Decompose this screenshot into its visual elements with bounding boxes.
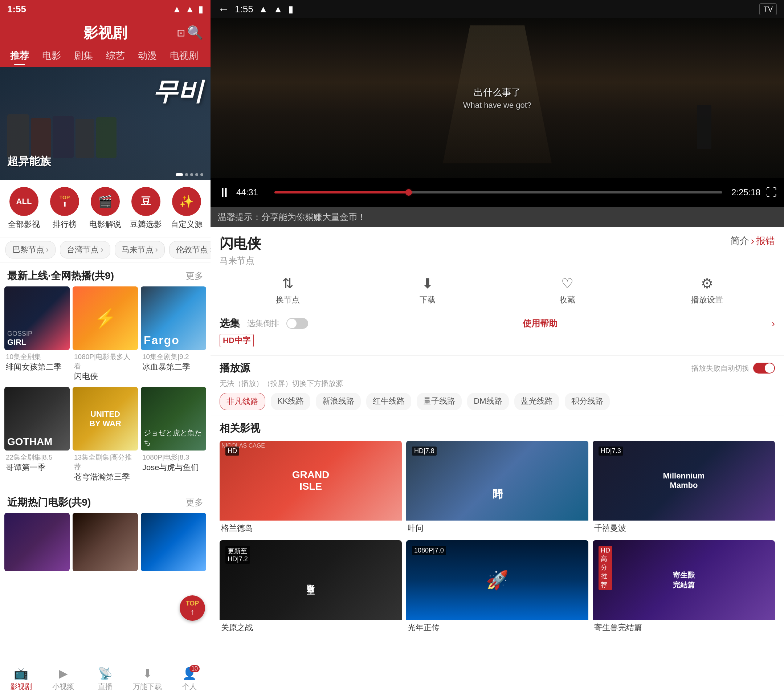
source-tab-points[interactable]: 积分线路 [565, 393, 610, 410]
signal-icon: ▲ [172, 3, 182, 15]
node-malaysia[interactable]: 马来节点 [115, 241, 165, 259]
millennium-name: 千禧曼波 [593, 521, 775, 536]
quick-nav-custom[interactable]: ✨ 自定义源 [166, 187, 207, 230]
fab-top-button[interactable]: TOP ↑ [180, 595, 205, 621]
source-tab-sina[interactable]: 新浪线路 [316, 393, 361, 410]
section2-title: 近期热门电影(共9) [7, 496, 91, 509]
fullscreen-button[interactable]: ⛶ [766, 186, 777, 199]
related-card-sekigahara[interactable]: 野望 更新至HD|7.2 关原之战 [220, 540, 402, 635]
switch-node-btn[interactable]: ⇅ 换节点 [218, 275, 357, 305]
seki-badge: 更新至HD|7.2 [226, 546, 250, 564]
right-battery: ▮ [288, 3, 293, 15]
report-button[interactable]: 报错 [756, 234, 775, 247]
movie-card-hot1[interactable] [4, 513, 70, 571]
movie-subtitle-node: 马来节点 [220, 255, 261, 267]
bottom-nav-short[interactable]: ▶ 小视频 [42, 664, 84, 694]
related-card-grandisle[interactable]: GRANDISLE NICOLAS CAGE HD 格兰德岛 [220, 441, 402, 536]
grandisle-name: 格兰德岛 [220, 521, 402, 536]
profile-badge: 10 [189, 665, 199, 672]
right-signal: ▲ [259, 3, 268, 15]
movie-card-gossip[interactable]: GOSSIP GIRL 10集全剧集 绯闻女孩第二季 [4, 287, 70, 384]
right-status-bar: ← 1:55 ▲ ▲ ▮ TV [211, 0, 784, 18]
movie-card-hot2[interactable] [72, 513, 138, 571]
quick-nav-film[interactable]: 🎬 电影解说 [85, 187, 125, 230]
source-tab-kk[interactable]: KK线路 [271, 393, 310, 410]
movie-card-jose[interactable]: ジョゼと虎と魚たち 1080P|电影|8.3 Jose与虎与鱼们 [141, 387, 206, 484]
right-time: 1:55 [235, 3, 254, 15]
search-icon[interactable]: 🔍 [187, 25, 203, 40]
banner-dot-2 [185, 173, 188, 176]
node-tags: 巴黎节点 台湾节点 马来节点 伦敦节点 大阪节点 海外节 [0, 237, 211, 262]
source-tab-redbull[interactable]: 红牛线路 [366, 393, 411, 410]
tab-doc[interactable]: 纪录片 [205, 47, 211, 64]
movie-name-jose: Jose与虎与鱼们 [142, 462, 205, 473]
banner-dot-1 [176, 173, 183, 176]
quick-nav-all[interactable]: ALL 全部影视 [3, 187, 44, 230]
playback-settings-btn[interactable]: ⚙ 播放设置 [637, 275, 777, 305]
source-title: 播放源 [220, 361, 250, 375]
movie-card-expanse[interactable]: UNITEDBY WAR 13集全剧集|高分推荐 苍穹浩瀚第三季 [72, 387, 138, 484]
nav-tabs: 推荐 电影 剧集 综艺 动漫 电视剧 纪录片 游戏 资讯 娱乐 财经 阅 [0, 47, 211, 67]
bottom-nav-download[interactable]: ⬇ 万能下载 [126, 664, 168, 694]
left-time: 1:55 [7, 3, 26, 15]
related-card-ip[interactable]: 叶問 HD|7.8 叶问 [406, 441, 588, 536]
pause-button[interactable]: ⏸ [218, 185, 231, 200]
tips-bar: 温馨提示：分享能为你躺赚大量金币！ [211, 207, 784, 227]
banner[interactable]: 무비 超异能族 [0, 67, 211, 180]
source-tab-dm[interactable]: DM线路 [467, 393, 509, 410]
tab-variety[interactable]: 综艺 [99, 47, 132, 64]
episode-sort-toggle[interactable] [287, 318, 308, 329]
intro-button[interactable]: 简介 [730, 234, 749, 247]
source-auto-toggle[interactable] [753, 363, 775, 374]
tv-icon: 📺 [14, 667, 28, 680]
download-icon-action: ⬇ [422, 275, 433, 292]
related-card-parasite[interactable]: 寄生獸完結篇 HD高分推荐 寄生兽完结篇 [593, 540, 775, 635]
video-subtitle-en: What have we got? [463, 101, 531, 110]
back-btn[interactable]: ← [218, 3, 229, 16]
video-player: 出什么事了 What have we got? ⏸ 44:31 2:25:18 … [211, 18, 784, 207]
tab-movie[interactable]: 电影 [36, 47, 68, 64]
scan-icon[interactable]: ⊡ [177, 27, 185, 39]
tv-mode-btn[interactable]: TV [759, 3, 777, 15]
section2-more[interactable]: 更多 [186, 497, 203, 508]
movie-action-btns: 简介 › 报错 [730, 234, 775, 247]
progress-bar[interactable] [274, 191, 722, 193]
download-btn[interactable]: ⬇ 下载 [357, 275, 497, 305]
app-header: 影视剧 🔍 ⊡ [0, 18, 211, 47]
movie-tag-gotham: 22集全剧集|8.5 [6, 453, 68, 462]
video-scene: 出什么事了 What have we got? [211, 18, 784, 178]
section1-header: 最新上线·全网热播(共9) 更多 [0, 262, 211, 287]
bottom-nav-live[interactable]: 📡 直播 [84, 664, 126, 694]
quick-nav-douban[interactable]: 豆 豆瓣选影 [125, 187, 166, 230]
node-taiwan[interactable]: 台湾节点 [60, 241, 110, 259]
bottom-nav-tv[interactable]: 📺 影视剧 [0, 664, 42, 694]
source-tab-nonfan[interactable]: 非凡线路 [220, 393, 265, 410]
related-card-lightyear[interactable]: 🚀 1080P|7.0 光年正传 [406, 540, 588, 635]
source-section: 播放源 播放失败自动切换 无法（播放）（投屏）切换下方播放源 非凡线路 KK线路… [211, 356, 784, 416]
related-card-millennium[interactable]: MillenniumMambo HD|7.3 千禧曼波 [593, 441, 775, 536]
quick-nav-top[interactable]: TOP ⬆ 排行榜 [44, 187, 85, 230]
section1-more[interactable]: 更多 [186, 270, 203, 282]
movie-main-title: 闪电侠 [220, 234, 261, 253]
source-tab-quantum[interactable]: 量子线路 [417, 393, 462, 410]
source-tab-bluray[interactable]: 蓝光线路 [514, 393, 559, 410]
movie-tag-gossip: 10集全剧集 [6, 352, 68, 362]
short-video-label: 小视频 [52, 682, 74, 692]
movie-card-gotham[interactable]: GOTHAM 22集全剧集|8.5 哥谭第一季 [4, 387, 70, 484]
movie-card-flash[interactable]: ⚡ 1080P|电影最多人看 闪电侠 [72, 287, 138, 384]
movie-card-fargo[interactable]: Fargo 10集全剧集|9.2 冰血暴第二季 [141, 287, 206, 384]
banner-logo: 무비 [152, 74, 203, 109]
tab-tv[interactable]: 电视剧 [163, 47, 205, 64]
movie-card-hot3[interactable] [141, 513, 206, 571]
bottom-nav-profile[interactable]: 👤 10 个人 [168, 664, 211, 694]
help-link[interactable]: 使用帮助 [523, 318, 558, 329]
node-paris[interactable]: 巴黎节点 [5, 241, 56, 259]
movie-tag-fargo: 10集全剧集|9.2 [142, 352, 205, 362]
tab-anime[interactable]: 动漫 [132, 47, 163, 64]
tab-series[interactable]: 剧集 [68, 47, 99, 64]
top-icon: TOP ⬆ [50, 187, 79, 216]
node-london[interactable]: 伦敦节点 [169, 241, 211, 259]
tab-recommend[interactable]: 推荐 [3, 47, 36, 64]
collect-btn[interactable]: ♡ 收藏 [497, 275, 637, 305]
seki-name: 关原之战 [220, 620, 402, 635]
